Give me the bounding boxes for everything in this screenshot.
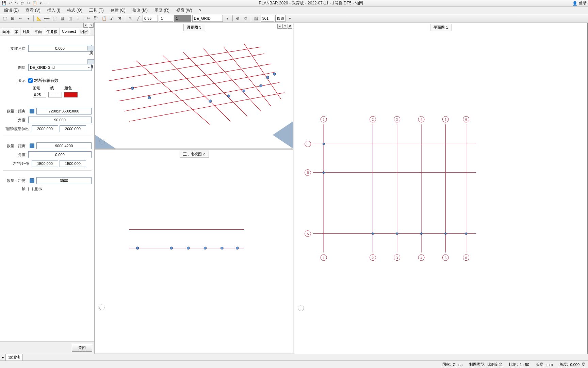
tool-stretch-icon[interactable]: ↔ bbox=[17, 15, 24, 22]
login-button[interactable]: 👤 登录 bbox=[572, 0, 587, 6]
tool-measure-icon[interactable]: 📐 bbox=[35, 15, 42, 22]
hatch-num-combo[interactable]: 301 bbox=[261, 15, 274, 22]
layer-combo[interactable]: DE_GRID bbox=[192, 15, 223, 22]
viewport-front[interactable]: 正，南视图 2 bbox=[95, 150, 293, 353]
tool-hatch-icon[interactable]: ▨ bbox=[253, 15, 260, 22]
redo-icon[interactable]: ↷ bbox=[14, 1, 19, 6]
v-ext1-input[interactable] bbox=[32, 125, 58, 132]
h-qty-input[interactable] bbox=[36, 142, 92, 149]
pen-swatch[interactable]: 0.25 bbox=[33, 92, 46, 97]
tool-paste-icon[interactable]: 📋 bbox=[101, 15, 108, 22]
menu-window[interactable]: 视窗 (W) bbox=[174, 7, 195, 14]
paste-icon[interactable]: 📋 bbox=[32, 1, 37, 6]
panel-pin-icon[interactable]: ▾ bbox=[83, 23, 88, 28]
menu-modify[interactable]: 修改 (M) bbox=[130, 7, 150, 14]
pen-weight-combo[interactable]: 0.35 — bbox=[143, 15, 158, 22]
info-icon[interactable]: i bbox=[30, 109, 34, 113]
tool-format-icon[interactable]: ⬚ bbox=[1, 15, 8, 22]
hatch-dd-icon[interactable]: ▾ bbox=[287, 15, 293, 22]
vp-close-icon[interactable]: ✕ bbox=[288, 24, 292, 29]
h-ext2-input[interactable] bbox=[60, 160, 86, 167]
tool-line-icon[interactable]: ╱ bbox=[135, 15, 142, 22]
status-bar: 国家: China 制图类型: 比例定义 比例: 1 : 50 长度: mm 角… bbox=[0, 361, 588, 368]
panel-tab-strip: 向导 库 对象 平面 任务板 Connect 图层 bbox=[0, 28, 94, 35]
sb-drawtype[interactable]: 比例定义 bbox=[487, 362, 502, 367]
tool-box-icon[interactable]: ◫ bbox=[67, 15, 74, 22]
menu-edit[interactable]: 编辑 (E) bbox=[1, 7, 21, 14]
h-angle-input[interactable] bbox=[28, 151, 92, 158]
layer-select[interactable]: DE_GRID Grid bbox=[28, 64, 92, 71]
v-ext2-input[interactable] bbox=[60, 125, 86, 132]
hatch-pattern-combo[interactable]: ▨▨ bbox=[275, 15, 285, 22]
v-qty-input[interactable] bbox=[36, 108, 92, 114]
expand-icon[interactable]: ▸ bbox=[2, 355, 4, 359]
info-icon[interactable]: i bbox=[30, 178, 34, 183]
tool-explode-icon[interactable]: ⊞ bbox=[9, 15, 16, 22]
sb-scale[interactable]: 1 : 50 bbox=[520, 363, 529, 367]
cut-icon[interactable]: ✂ bbox=[26, 1, 31, 6]
menu-view[interactable]: 查看 (V) bbox=[23, 7, 43, 14]
vp-max-icon[interactable]: □ bbox=[282, 24, 287, 29]
more-icon[interactable]: ⋯ bbox=[44, 1, 50, 6]
menu-format[interactable]: 格式 (O) bbox=[64, 7, 85, 14]
info-icon[interactable]: i bbox=[30, 143, 34, 148]
svg-point-26 bbox=[170, 247, 173, 249]
nav-gizmo-icon[interactable] bbox=[99, 305, 105, 310]
side-tab-assistant[interactable]: 助理 bbox=[87, 59, 94, 64]
line-type-combo[interactable]: 1 —— bbox=[159, 15, 173, 22]
tool-grid-icon[interactable]: ▦ bbox=[59, 15, 66, 22]
tab-connect[interactable]: Connect bbox=[60, 28, 78, 35]
tool-link-icon[interactable]: ⚙ bbox=[234, 15, 241, 22]
z-qty-input[interactable] bbox=[36, 177, 92, 184]
dropdown-icon[interactable]: ▾ bbox=[38, 1, 44, 6]
undo-icon[interactable]: ↶ bbox=[7, 1, 13, 6]
tab-library[interactable]: 库 bbox=[12, 28, 20, 35]
menu-help[interactable]: ? bbox=[196, 7, 204, 14]
bottom-tab-active-axis[interactable]: 激活轴 bbox=[5, 354, 23, 361]
tool-dim-icon[interactable]: ⟷ bbox=[43, 15, 50, 22]
menu-tools[interactable]: 工具 (T) bbox=[86, 7, 107, 14]
svg-point-27 bbox=[187, 247, 190, 249]
color-combo[interactable]: 1 bbox=[174, 15, 191, 22]
rotation-input[interactable] bbox=[28, 45, 92, 52]
layer-dd-icon[interactable]: ▾ bbox=[224, 15, 231, 22]
sb-country-label: 国家: bbox=[442, 362, 451, 367]
color-swatch[interactable] bbox=[64, 92, 78, 97]
side-tab-prop[interactable]: 属 bbox=[87, 46, 94, 50]
grid-3d-svg bbox=[95, 23, 293, 149]
tool-circle-icon[interactable]: ○ bbox=[75, 15, 81, 22]
line-swatch[interactable] bbox=[48, 92, 62, 97]
svg-point-72 bbox=[396, 233, 398, 235]
viewport-plan[interactable]: 平面图 1 112233445566CBA bbox=[294, 23, 588, 354]
svg-point-28 bbox=[204, 247, 207, 249]
copy-icon[interactable]: ⿻ bbox=[20, 1, 25, 6]
vp-min-icon[interactable]: – bbox=[277, 24, 282, 29]
tab-layer[interactable]: 图层 bbox=[78, 28, 90, 35]
tab-object[interactable]: 对象 bbox=[20, 28, 32, 35]
tool-refresh-icon[interactable]: ↻ bbox=[242, 15, 249, 22]
tab-wizard[interactable]: 向导 bbox=[0, 28, 12, 35]
tool-brush-icon[interactable]: 🖌 bbox=[109, 15, 115, 22]
tool-delete-icon[interactable]: ✖ bbox=[116, 15, 123, 22]
tool-pen-icon[interactable]: ✎ bbox=[127, 15, 134, 22]
z-axis-check[interactable] bbox=[28, 187, 33, 191]
menu-insert[interactable]: 插入 (I) bbox=[45, 7, 63, 14]
tab-plane[interactable]: 平面 bbox=[32, 28, 44, 35]
menu-create[interactable]: 创建 (C) bbox=[108, 7, 128, 14]
tab-taskboard[interactable]: 任务板 bbox=[44, 28, 60, 35]
tool-dropdown-icon[interactable]: ▾ bbox=[25, 15, 32, 22]
panel-close-icon[interactable]: x bbox=[89, 23, 94, 28]
h-ext1-input[interactable] bbox=[32, 160, 58, 167]
viewport-3d[interactable]: 透视图 3 – □ ✕ bbox=[95, 23, 293, 149]
svg-text:6: 6 bbox=[465, 256, 467, 260]
tool-copy-icon[interactable]: ⿻ bbox=[93, 15, 100, 22]
sb-length[interactable]: mm bbox=[546, 363, 553, 367]
sb-angle[interactable]: 0.000 bbox=[570, 363, 579, 367]
tool-select-icon[interactable]: ⬚ bbox=[51, 15, 58, 22]
save-icon[interactable]: 💾 bbox=[1, 1, 7, 6]
close-button[interactable]: 关闭 bbox=[72, 344, 92, 352]
tool-cut-icon[interactable]: ✂ bbox=[85, 15, 92, 22]
v-angle-input[interactable] bbox=[28, 117, 92, 123]
display-check[interactable] bbox=[28, 78, 33, 83]
menu-repeat[interactable]: 重复 (R) bbox=[152, 7, 172, 14]
